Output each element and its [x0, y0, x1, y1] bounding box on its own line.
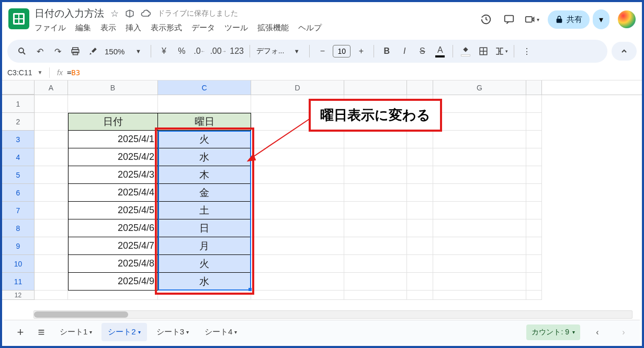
account-avatar[interactable] — [618, 10, 636, 28]
font-dropdown-icon[interactable]: ▼ — [289, 43, 304, 59]
share-dropdown[interactable]: ▾ — [593, 9, 609, 29]
sheet-tab-2[interactable]: シート2▾ — [101, 323, 146, 341]
cell-weekday[interactable]: 火 — [158, 255, 251, 273]
col-header-g[interactable]: G — [433, 80, 526, 95]
horizontal-scrollbar[interactable] — [33, 310, 632, 319]
move-icon[interactable] — [125, 9, 134, 18]
menu-data[interactable]: データ — [191, 23, 215, 33]
menu-edit[interactable]: 編集 — [75, 23, 91, 33]
increase-decimal-button[interactable]: .00→ — [210, 43, 226, 59]
cell-weekday[interactable]: 水 — [158, 148, 251, 166]
cell-date[interactable]: 2025/4/9 — [68, 273, 158, 291]
col-header-d[interactable]: D — [251, 80, 344, 95]
cell-weekday[interactable]: 月 — [158, 237, 251, 255]
col-header-c[interactable]: C — [158, 80, 251, 95]
decrease-font-button[interactable]: − — [315, 43, 330, 59]
decrease-decimal-button[interactable]: .0← — [192, 43, 207, 59]
fill-color-button[interactable] — [458, 43, 473, 59]
cell-date[interactable]: 2025/4/6 — [68, 219, 158, 237]
borders-button[interactable] — [476, 43, 491, 59]
cell-weekday[interactable]: 火 — [158, 131, 251, 148]
row-header-11[interactable]: 11 — [2, 273, 35, 291]
row-header-6[interactable]: 6 — [2, 184, 35, 202]
status-count[interactable]: カウント: 9▾ — [526, 324, 580, 340]
row-header-8[interactable]: 8 — [2, 219, 35, 237]
scroll-sheets-left[interactable]: ‹ — [589, 323, 606, 341]
row-header-9[interactable]: 9 — [2, 237, 35, 255]
all-sheets-button[interactable]: ≡ — [32, 323, 50, 341]
cell-weekday[interactable]: 水 — [158, 273, 251, 291]
sheet-tab-4[interactable]: シート4▾ — [198, 323, 243, 341]
sheet-tab-3[interactable]: シート3▾ — [150, 323, 195, 341]
sheet-tab-1[interactable]: シート1▾ — [53, 323, 98, 341]
meet-icon[interactable]: ▾ — [525, 12, 539, 27]
sheets-logo[interactable] — [8, 8, 29, 29]
font-family[interactable]: デフォ... — [256, 47, 285, 56]
add-sheet-button[interactable]: + — [12, 323, 29, 341]
document-title[interactable]: 日付の入力方法 — [35, 7, 104, 20]
table-header-weekday[interactable]: 曜日 — [158, 113, 251, 131]
col-header-h[interactable] — [526, 80, 542, 95]
zoom-dropdown-icon[interactable]: ▼ — [131, 43, 145, 59]
redo-button[interactable]: ↷ — [50, 43, 65, 59]
row-header-4[interactable]: 4 — [2, 148, 35, 166]
menu-tools[interactable]: ツール — [224, 23, 248, 33]
svg-line-7 — [250, 118, 311, 159]
menu-format[interactable]: 表示形式 — [151, 23, 182, 33]
cell-date[interactable]: 2025/4/2 — [68, 148, 158, 166]
formula-input[interactable]: ==B3B3 — [67, 68, 80, 77]
star-icon[interactable]: ☆ — [110, 8, 119, 19]
cell-date[interactable]: 2025/4/3 — [68, 166, 158, 184]
name-box[interactable]: C3:C11▼ — [7, 68, 49, 77]
cell-date[interactable]: 2025/4/5 — [68, 202, 158, 219]
table-header-date[interactable]: 日付 — [68, 113, 158, 131]
share-button[interactable]: 共有 — [548, 10, 590, 29]
merge-button[interactable]: ▾ — [494, 43, 509, 59]
scroll-sheets-right[interactable]: › — [615, 323, 632, 341]
cell-weekday[interactable]: 金 — [158, 184, 251, 202]
print-button[interactable] — [68, 43, 83, 59]
row-header-12[interactable]: 12 — [2, 291, 35, 300]
cell-weekday[interactable]: 木 — [158, 166, 251, 184]
row-header-5[interactable]: 5 — [2, 166, 35, 184]
strikethrough-button[interactable]: S — [415, 43, 430, 59]
more-toolbar-icon[interactable]: ⋮ — [519, 43, 534, 59]
menu-view[interactable]: 表示 — [100, 23, 116, 33]
text-color-button[interactable]: A — [433, 43, 447, 59]
row-header-1[interactable]: 1 — [2, 95, 35, 113]
cell-weekday[interactable]: 日 — [158, 219, 251, 237]
col-header-a[interactable]: A — [35, 80, 68, 95]
percent-button[interactable]: % — [174, 43, 189, 59]
search-icon[interactable] — [15, 43, 29, 59]
row-header-10[interactable]: 10 — [2, 255, 35, 273]
row-header-3[interactable]: 3 — [2, 131, 35, 148]
paint-format-button[interactable] — [86, 43, 100, 59]
cell-date[interactable]: 2025/4/8 — [68, 255, 158, 273]
cloud-saved-icon[interactable] — [141, 8, 151, 19]
menu-help[interactable]: ヘルプ — [298, 23, 322, 33]
select-all-corner[interactable] — [2, 80, 35, 95]
undo-button[interactable]: ↶ — [32, 43, 47, 59]
menu-file[interactable]: ファイル — [35, 23, 66, 33]
cell-date[interactable]: 2025/4/4 — [68, 184, 158, 202]
collapse-toolbar-button[interactable] — [612, 42, 637, 61]
font-size-input[interactable]: 10 — [333, 45, 351, 57]
row-header-2[interactable]: 2 — [2, 113, 35, 131]
col-header-b[interactable]: B — [68, 80, 158, 95]
row-header-7[interactable]: 7 — [2, 202, 35, 219]
history-icon[interactable] — [479, 12, 493, 27]
col-header-e[interactable] — [344, 80, 407, 95]
cell-date[interactable]: 2025/4/7 — [68, 237, 158, 255]
cell-weekday[interactable]: 土 — [158, 202, 251, 219]
italic-button[interactable]: I — [397, 43, 412, 59]
more-formats-button[interactable]: 123 — [230, 43, 244, 59]
cell-date[interactable]: 2025/4/1 — [68, 131, 158, 148]
currency-button[interactable]: ¥ — [156, 43, 171, 59]
col-header-f[interactable] — [407, 80, 433, 95]
increase-font-button[interactable]: + — [354, 43, 368, 59]
menu-insert[interactable]: 挿入 — [126, 23, 141, 33]
comment-icon[interactable] — [502, 12, 516, 27]
bold-button[interactable]: B — [379, 43, 394, 59]
zoom-level[interactable]: 150% — [105, 47, 125, 56]
menu-extensions[interactable]: 拡張機能 — [257, 23, 289, 33]
